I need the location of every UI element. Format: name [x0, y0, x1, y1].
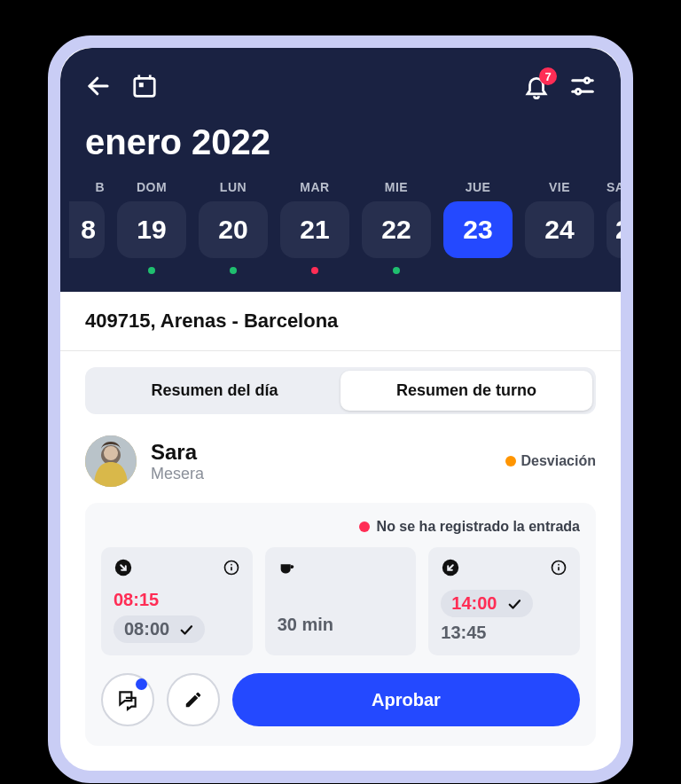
- svg-point-11: [104, 446, 118, 460]
- status-dot: [474, 267, 481, 274]
- day-number: 21: [280, 201, 349, 258]
- check-icon: [506, 596, 522, 612]
- approve-button[interactable]: Aprobar: [232, 673, 580, 726]
- status-dot: [148, 267, 155, 274]
- deviation-label: Desviación: [521, 453, 596, 469]
- alert-dot-icon: [359, 521, 370, 532]
- status-dot: [83, 267, 90, 274]
- comments-button[interactable]: [101, 673, 154, 726]
- day-cell[interactable]: LUN 20: [199, 180, 268, 274]
- month-title: enero 2022: [85, 122, 596, 162]
- clock-in-box[interactable]: 08:15 08:00: [101, 547, 253, 655]
- location-bar: 409715, Arenas - Barcelona: [60, 292, 621, 351]
- shift-card: No se ha registrado la entrada 08:15 08:…: [85, 503, 596, 746]
- day-number: 22: [362, 201, 431, 258]
- day-cell[interactable]: MIE 22: [362, 180, 431, 274]
- day-label: VIE: [525, 180, 594, 194]
- svg-point-7: [584, 78, 590, 83]
- avatar-image: [85, 435, 137, 487]
- status-dot: [311, 267, 318, 274]
- tab-day-summary[interactable]: Resumen del día: [89, 371, 340, 411]
- clock-out-icon: [441, 558, 460, 577]
- day-label: LUN: [199, 180, 268, 194]
- clock-in-actual: 08:15: [114, 590, 240, 610]
- week-strip[interactable]: B 8 DOM 19 LUN 20 MAR 21 MIE 22: [60, 180, 621, 274]
- clock-in-scheduled: 08:00: [124, 619, 169, 639]
- pencil-icon: [184, 690, 203, 710]
- alert-row: No se ha registrado la entrada: [101, 519, 580, 535]
- day-label: MAR: [280, 180, 349, 194]
- check-icon: [178, 622, 194, 638]
- chat-icon: [116, 688, 139, 711]
- day-label: SA: [607, 180, 621, 194]
- day-number: 23: [443, 201, 513, 258]
- arrow-left-icon: [85, 73, 112, 99]
- info-icon[interactable]: [550, 559, 568, 576]
- status-dot: [230, 267, 237, 274]
- sliders-icon: [569, 73, 596, 99]
- notifications-button[interactable]: 7: [523, 73, 550, 99]
- svg-point-8: [575, 90, 581, 95]
- day-cell[interactable]: SA 2: [607, 180, 621, 274]
- clock-out-scheduled: 13:45: [441, 623, 486, 643]
- clock-out-box[interactable]: 14:00 13:45: [428, 547, 580, 655]
- day-number: 24: [525, 201, 594, 258]
- clock-out-actual: 14:00: [451, 593, 497, 614]
- info-icon[interactable]: [223, 559, 240, 576]
- day-label: DOM: [117, 180, 186, 194]
- day-cell[interactable]: JUE 23: [443, 180, 513, 274]
- tab-shift-summary[interactable]: Resumen de turno: [340, 371, 592, 411]
- unread-dot-icon: [136, 678, 147, 690]
- back-button[interactable]: [85, 73, 112, 99]
- employee-role: Mesera: [151, 465, 505, 483]
- clock-in-icon: [114, 558, 133, 577]
- day-cell[interactable]: VIE 24: [525, 180, 594, 274]
- notification-badge: 7: [539, 67, 557, 85]
- calendar-icon: [131, 73, 158, 99]
- day-label: B: [69, 180, 105, 194]
- day-cell[interactable]: DOM 19: [117, 180, 186, 274]
- day-cell[interactable]: B 8: [69, 180, 105, 274]
- break-box[interactable]: 30 min: [265, 547, 417, 655]
- avatar[interactable]: [85, 435, 137, 487]
- location-text: 409715, Arenas - Barcelona: [85, 310, 596, 333]
- svg-rect-1: [135, 78, 155, 96]
- tab-switcher: Resumen del día Resumen de turno: [85, 367, 596, 414]
- break-duration: 30 min: [278, 615, 333, 635]
- coffee-icon: [278, 558, 297, 577]
- svg-point-15: [231, 564, 232, 566]
- status-dot: [556, 267, 563, 274]
- day-number: 8: [69, 201, 105, 258]
- calendar-button[interactable]: [131, 73, 158, 99]
- status-dot: [393, 267, 400, 274]
- day-cell[interactable]: MAR 21: [280, 180, 349, 274]
- filter-button[interactable]: [569, 73, 596, 99]
- day-label: JUE: [443, 180, 513, 194]
- svg-rect-2: [139, 82, 144, 87]
- day-number: 2: [607, 201, 621, 258]
- employee-row: Sara Mesera Desviación: [60, 435, 621, 503]
- day-number: 19: [117, 201, 186, 258]
- app-header: 7 enero 2022 B 8 DOM 19 LUN 20: [60, 48, 621, 292]
- warning-dot-icon: [505, 456, 516, 466]
- svg-point-19: [558, 564, 560, 566]
- day-number: 20: [199, 201, 268, 258]
- day-label: MIE: [362, 180, 431, 194]
- edit-button[interactable]: [167, 673, 220, 726]
- deviation-badge: Desviación: [505, 453, 596, 469]
- employee-name: Sara: [151, 440, 505, 465]
- alert-text: No se ha registrado la entrada: [377, 519, 580, 535]
